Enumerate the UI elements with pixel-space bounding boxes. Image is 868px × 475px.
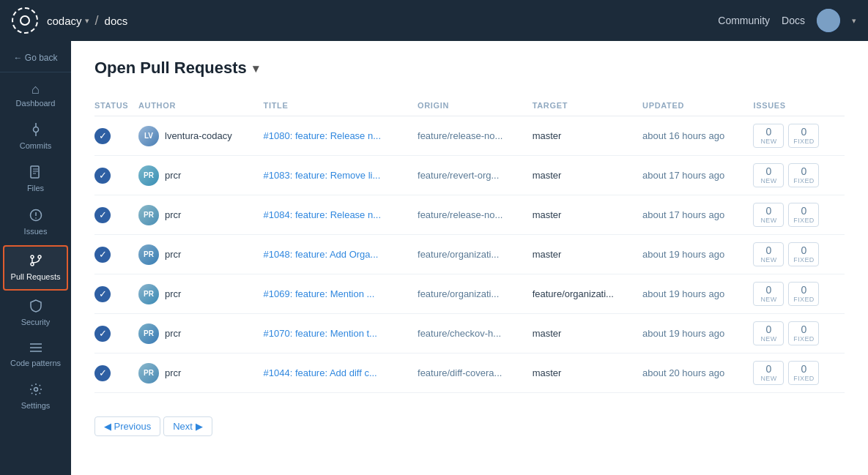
origin-branch: feature/checkov-h... (418, 328, 501, 339)
sidebar-code-patterns-label: Code patterns (10, 359, 61, 368)
pr-title-link[interactable]: #1070: feature: Mention t... (264, 328, 377, 339)
sidebar-item-code-patterns[interactable]: Code patterns (0, 334, 71, 375)
table-row[interactable]: ✓PRprcr#1084: feature: Release n...featu… (94, 195, 845, 235)
new-issues-count: 0 (766, 324, 772, 334)
issues-badges: 0 NEW 0 FIXED (753, 242, 836, 266)
title-cell[interactable]: #1069: feature: Mention ... (264, 274, 418, 314)
issues-cell: 0 NEW 0 FIXED (753, 314, 845, 354)
author-name: prcr (165, 170, 181, 181)
author-cell: PRprcr (138, 156, 264, 195)
sidebar-item-files[interactable]: Files (0, 158, 71, 201)
fixed-issues-badge: 0 FIXED (788, 361, 819, 385)
sidebar-item-settings[interactable]: Settings (0, 375, 71, 418)
sidebar-dashboard-label: Dashboard (16, 99, 56, 108)
status-icon: ✓ (94, 326, 111, 342)
sidebar: ← Go back ⌂ Dashboard Commits Files Issu… (0, 41, 71, 475)
status-cell: ✓ (94, 235, 138, 274)
new-issues-label: NEW (760, 375, 776, 382)
svg-point-6 (35, 217, 37, 219)
table-row[interactable]: ✓PRprcr#1070: feature: Mention t...featu… (94, 314, 845, 354)
fixed-issues-badge: 0 FIXED (788, 124, 819, 148)
origin-branch: feature/diff-covera... (418, 367, 502, 378)
issues-cell: 0 NEW 0 FIXED (753, 354, 845, 393)
table-row[interactable]: ✓PRprcr#1044: feature: Add diff c...feat… (94, 354, 845, 393)
updated-time: about 19 hours ago (642, 249, 724, 260)
repo-name[interactable]: docs (105, 15, 128, 27)
svg-rect-3 (31, 166, 39, 178)
pr-title-link[interactable]: #1080: feature: Release n... (264, 130, 381, 141)
updated-cell: about 19 hours ago (642, 235, 753, 274)
pr-title-link[interactable]: #1083: feature: Remove li... (264, 170, 381, 181)
status-icon: ✓ (94, 286, 111, 302)
origin-cell: feature/revert-org... (418, 156, 533, 195)
title-cell[interactable]: #1083: feature: Remove li... (264, 156, 418, 195)
svg-point-13 (34, 388, 37, 392)
sidebar-item-security[interactable]: Security (0, 292, 71, 334)
sidebar-item-commits[interactable]: Commits (0, 116, 71, 158)
updated-time: about 20 hours ago (642, 367, 724, 378)
go-back-button[interactable]: ← Go back (0, 47, 71, 72)
status-icon: ✓ (94, 365, 111, 381)
user-avatar[interactable] (817, 9, 840, 32)
pr-title-link[interactable]: #1044: feature: Add diff c... (264, 367, 377, 378)
target-cell: master (533, 235, 642, 274)
title-cell[interactable]: #1044: feature: Add diff c... (264, 354, 418, 393)
table-row[interactable]: ✓PRprcr#1083: feature: Remove li...featu… (94, 156, 845, 195)
title-cell[interactable]: #1084: feature: Release n... (264, 195, 418, 235)
issues-cell: 0 NEW 0 FIXED (753, 156, 845, 195)
target-branch: master (533, 328, 562, 339)
origin-cell: feature/checkov-h... (418, 314, 533, 354)
author-avatar: PR (138, 284, 159, 304)
updated-time: about 16 hours ago (642, 130, 724, 141)
layout: ← Go back ⌂ Dashboard Commits Files Issu… (0, 41, 868, 475)
docs-link[interactable]: Docs (782, 15, 805, 26)
dashboard-icon: ⌂ (31, 83, 40, 96)
pr-title-link[interactable]: #1069: feature: Mention ... (264, 288, 375, 299)
fixed-issues-label: FIXED (793, 296, 814, 303)
updated-time: about 17 hours ago (642, 170, 724, 181)
fixed-issues-label: FIXED (793, 335, 814, 343)
author-cell: PRprcr (138, 274, 264, 314)
target-branch: master (533, 367, 562, 378)
table-row[interactable]: ✓PRprcr#1069: feature: Mention ...featur… (94, 274, 845, 314)
pr-title-link[interactable]: #1048: feature: Add Orga... (264, 249, 379, 260)
col-title: TITLE (264, 95, 418, 116)
pr-title-link[interactable]: #1084: feature: Release n... (264, 209, 381, 220)
new-issues-label: NEW (760, 217, 776, 224)
logo[interactable] (12, 7, 38, 34)
target-branch: master (533, 209, 562, 220)
brand-name[interactable]: codacy ▾ (47, 15, 89, 27)
sidebar-pull-requests-label: Pull Requests (11, 272, 61, 282)
page-title-chevron-icon[interactable]: ▾ (253, 61, 259, 75)
title-cell[interactable]: #1080: feature: Release n... (264, 116, 418, 156)
fixed-issues-label: FIXED (793, 217, 814, 224)
next-button[interactable]: Next ▶ (163, 416, 212, 436)
fixed-issues-count: 0 (801, 364, 807, 374)
title-cell[interactable]: #1070: feature: Mention t... (264, 314, 418, 354)
sidebar-item-pull-requests[interactable]: Pull Requests (3, 245, 68, 291)
fixed-issues-label: FIXED (793, 177, 814, 184)
status-icon: ✓ (94, 207, 111, 223)
status-icon: ✓ (94, 168, 111, 184)
new-issues-label: NEW (760, 177, 776, 184)
table-row[interactable]: ✓LVlventura-codacy#1080: feature: Releas… (94, 116, 845, 156)
origin-cell: feature/organizati... (418, 274, 533, 314)
table-row[interactable]: ✓PRprcr#1048: feature: Add Orga...featur… (94, 235, 845, 274)
sidebar-commits-label: Commits (20, 141, 51, 151)
user-chevron-icon[interactable]: ▾ (852, 16, 856, 26)
status-icon: ✓ (94, 128, 111, 144)
fixed-issues-count: 0 (801, 285, 807, 295)
new-issues-count: 0 (766, 166, 772, 176)
new-issues-badge: 0 NEW (753, 321, 784, 345)
community-link[interactable]: Community (718, 15, 770, 26)
title-cell[interactable]: #1048: feature: Add Orga... (264, 235, 418, 274)
sidebar-item-dashboard[interactable]: ⌂ Dashboard (0, 75, 71, 116)
sidebar-item-issues[interactable]: Issues (0, 201, 71, 244)
new-issues-label: NEW (760, 256, 776, 263)
nav-separator: / (95, 13, 99, 29)
security-icon (30, 299, 42, 315)
author-cell: PRprcr (138, 195, 264, 235)
col-author: AUTHOR (138, 95, 264, 116)
new-issues-count: 0 (766, 245, 772, 255)
previous-button[interactable]: ◀ Previous (94, 416, 160, 436)
